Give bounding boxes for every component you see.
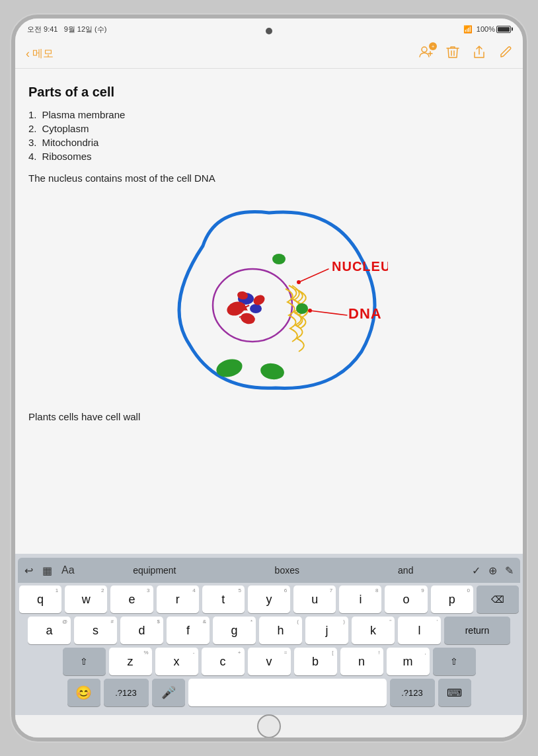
key-e[interactable]: 3e [110, 586, 153, 613]
key-z[interactable]: %z [109, 648, 152, 675]
wifi-icon: 📶 [463, 25, 473, 34]
svg-point-16 [297, 280, 301, 284]
compose-button[interactable] [499, 46, 512, 62]
suggestions-bar: equipment boxes and [84, 565, 463, 576]
scribble-icon[interactable]: ✎ [505, 564, 514, 577]
key-p[interactable]: 0p [431, 586, 473, 613]
note-content[interactable]: Parts of a cell 1. Plasma membrane 2. Cy… [15, 69, 523, 554]
key-m[interactable]: ,m [387, 648, 430, 675]
svg-point-18 [308, 309, 312, 313]
note-list: 1. Plasma membrane 2. Cytoplasm 3. Mitoc… [28, 109, 510, 162]
undo-icon[interactable]: ↩ [24, 564, 33, 577]
back-button[interactable]: ‹ 메모 [26, 47, 54, 61]
svg-point-7 [250, 304, 262, 313]
emoji-key[interactable]: 😊 [67, 679, 100, 706]
key-a[interactable]: @a [28, 617, 71, 644]
add-circle-icon[interactable]: ⊕ [488, 564, 497, 577]
key-r[interactable]: 4r [157, 586, 199, 613]
key-row-2: @a #s $d &f *g (h )j "k 'l return [19, 617, 519, 644]
key-l[interactable]: 'l [398, 617, 441, 644]
key-row-4: 😊 .?123 🎤 .?123 ⌨ [19, 679, 519, 706]
num-switch-key-left[interactable]: .?123 [104, 679, 149, 706]
suggestion-1[interactable]: equipment [133, 565, 176, 576]
key-g[interactable]: *g [213, 617, 256, 644]
key-w[interactable]: 2w [65, 586, 107, 613]
space-key[interactable] [188, 679, 387, 706]
battery-fill [498, 27, 510, 32]
add-collaborator-button[interactable]: + [418, 45, 433, 63]
key-n[interactable]: !n [340, 648, 383, 675]
shift-key-left[interactable]: ⇧ [63, 648, 106, 675]
svg-point-13 [272, 254, 286, 264]
list-item: 1. Plasma membrane [28, 109, 510, 120]
key-o[interactable]: 9o [385, 586, 427, 613]
toolbar: ‹ 메모 + [15, 40, 523, 69]
note-body-text: The nucleus contains most of the cell DN… [28, 172, 510, 184]
key-f[interactable]: &f [167, 617, 210, 644]
keyboard-rows: 1q 2w 3e 4r 5t 6y 7u 8i 9o 0p ⌫ @a #s $d… [18, 583, 520, 712]
key-b[interactable]: [b [294, 648, 337, 675]
table-icon[interactable]: ▦ [42, 564, 52, 577]
svg-point-15 [259, 361, 286, 381]
suggestion-3[interactable]: and [398, 565, 413, 576]
key-h[interactable]: (h [259, 617, 302, 644]
cell-drawing: NUCLEUS DNA [28, 193, 510, 404]
key-row-1: 1q 2w 3e 4r 5t 6y 7u 8i 9o 0p ⌫ [19, 586, 519, 613]
note-footer-text: Plants cells have cell wall [28, 411, 510, 422]
key-q[interactable]: 1q [19, 586, 61, 613]
key-s[interactable]: #s [74, 617, 117, 644]
camera [266, 28, 272, 34]
check-circle-icon[interactable]: ✓ [472, 564, 480, 577]
key-x[interactable]: -x [155, 648, 198, 675]
svg-point-0 [422, 47, 427, 52]
status-time: 오전 9:41 9월 12일 (수) [27, 24, 106, 34]
status-right: 📶 100% [463, 25, 511, 34]
svg-point-12 [296, 303, 308, 314]
keyboard-toolbar: ↩ ▦ Aa equipment boxes and ✓ ⊕ ✎ [18, 558, 520, 583]
font-size-icon[interactable]: Aa [61, 564, 75, 576]
return-key[interactable]: return [444, 617, 510, 644]
key-y[interactable]: 6y [248, 586, 290, 613]
battery-bar [496, 26, 511, 33]
note-title: Parts of a cell [28, 85, 510, 100]
list-item: 4. Ribosomes [28, 151, 510, 162]
back-label: 메모 [32, 47, 54, 61]
kb-toolbar-right: ✓ ⊕ ✎ [472, 564, 514, 577]
key-k[interactable]: "k [352, 617, 395, 644]
key-row-3: ⇧ %z -x +c =v [b !n ,m ⇧ [19, 648, 519, 675]
key-i[interactable]: 8i [339, 586, 381, 613]
ipad-frame: 오전 9:41 9월 12일 (수) 📶 100% ‹ 메모 [11, 15, 527, 741]
badge: + [429, 42, 437, 50]
list-item: 3. Mitochondria [28, 137, 510, 148]
svg-text:DNA: DNA [348, 305, 382, 322]
back-chevron-icon: ‹ [26, 47, 30, 61]
delete-key[interactable]: ⌫ [477, 586, 519, 613]
key-c[interactable]: +c [202, 648, 245, 675]
key-u[interactable]: 7u [293, 586, 336, 613]
num-switch-key-right[interactable]: .?123 [390, 679, 435, 706]
mic-key[interactable]: 🎤 [152, 679, 185, 706]
home-button[interactable] [257, 714, 281, 738]
share-button[interactable] [473, 45, 486, 63]
home-bar [15, 715, 523, 737]
trash-button[interactable] [446, 45, 459, 63]
keyboard-container: ↩ ▦ Aa equipment boxes and ✓ ⊕ ✎ 1q 2w 3… [15, 554, 523, 715]
keyboard-dismiss-key[interactable]: ⌨ [438, 679, 471, 706]
key-d[interactable]: $d [120, 617, 163, 644]
shift-key-right[interactable]: ⇧ [433, 648, 476, 675]
key-j[interactable]: )j [305, 617, 348, 644]
svg-text:NUCLEUS: NUCLEUS [332, 259, 388, 274]
toolbar-actions: + [418, 45, 512, 63]
key-t[interactable]: 5t [202, 586, 245, 613]
key-v[interactable]: =v [248, 648, 291, 675]
suggestion-2[interactable]: boxes [275, 565, 299, 576]
battery-indicator: 100% [477, 25, 511, 33]
list-item: 2. Cytoplasm [28, 123, 510, 134]
